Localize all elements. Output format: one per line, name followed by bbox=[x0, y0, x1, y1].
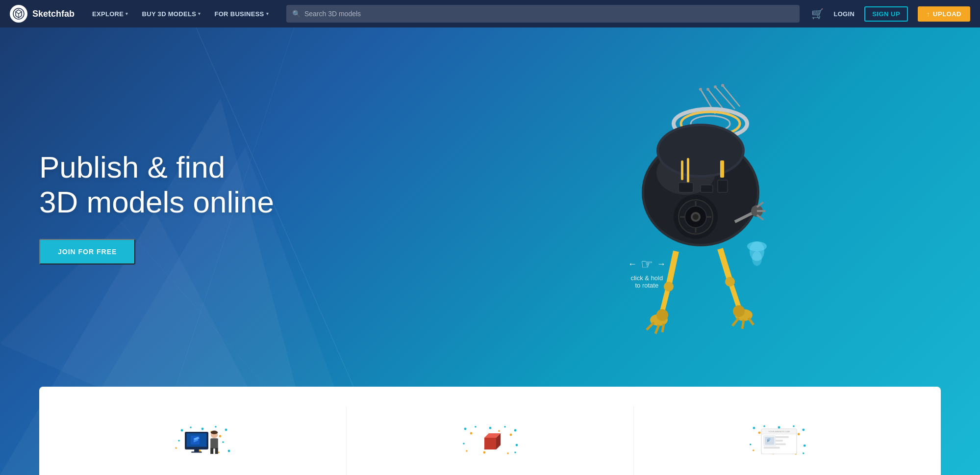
logo-text: Sketchfab bbox=[32, 9, 75, 19]
left-arrow-icon: ← bbox=[628, 259, 637, 269]
svg-rect-82 bbox=[191, 451, 202, 452]
right-arrow-icon: → bbox=[657, 259, 666, 269]
sketchfab-logo-svg bbox=[13, 8, 25, 20]
svg-rect-81 bbox=[194, 449, 199, 452]
upload-icon: ↑ bbox=[927, 10, 930, 18]
svg-point-109 bbox=[793, 425, 795, 427]
svg-rect-27 bbox=[701, 185, 713, 192]
svg-point-90 bbox=[489, 427, 491, 429]
svg-point-114 bbox=[758, 431, 761, 434]
nav-actions: 🛒 LOGIN SIGN UP ↑ UPLOAD bbox=[811, 6, 970, 22]
svg-rect-86 bbox=[215, 448, 218, 454]
cart-icon[interactable]: 🛒 bbox=[811, 8, 824, 20]
bottom-card-upload bbox=[59, 406, 346, 475]
svg-point-87 bbox=[211, 431, 218, 434]
svg-line-9 bbox=[715, 87, 735, 109]
svg-line-51 bbox=[662, 324, 664, 332]
svg-point-33 bbox=[693, 214, 699, 220]
bottom-section: YOUR-WEBSITE.COM bbox=[39, 387, 941, 475]
svg-point-63 bbox=[190, 426, 192, 428]
svg-line-50 bbox=[655, 325, 659, 334]
svg-point-89 bbox=[475, 426, 477, 428]
svg-point-66 bbox=[225, 428, 227, 431]
svg-rect-23 bbox=[681, 160, 683, 180]
svg-point-12 bbox=[706, 88, 709, 91]
search-bar: 🔍 bbox=[286, 5, 800, 23]
logo[interactable]: Sketchfab bbox=[10, 5, 75, 23]
nav-for-business-label: FOR BUSINESS bbox=[214, 10, 264, 18]
hero-content: Publish & find 3D models online JOIN FOR… bbox=[0, 27, 980, 387]
rotate-arrows: ← ☞ → bbox=[628, 256, 666, 272]
nav-buy-3d-label: BUY 3D MODELS bbox=[142, 10, 197, 18]
hero-robot-area: ← ☞ → click & holdto rotate bbox=[441, 37, 931, 387]
svg-point-88 bbox=[464, 428, 466, 430]
svg-rect-24 bbox=[687, 158, 689, 183]
svg-point-108 bbox=[778, 426, 780, 429]
bottom-card-publish bbox=[346, 406, 634, 475]
svg-point-113 bbox=[803, 452, 804, 454]
nav-explore-label: EXPLORE bbox=[92, 10, 124, 18]
svg-point-68 bbox=[222, 441, 224, 443]
svg-point-13 bbox=[714, 85, 717, 88]
nav-explore-chevron: ▾ bbox=[126, 11, 128, 16]
svg-rect-85 bbox=[210, 448, 213, 454]
svg-line-49 bbox=[647, 322, 654, 330]
svg-point-14 bbox=[721, 84, 724, 87]
nav-buy-3d[interactable]: BUY 3D MODELS ▾ bbox=[136, 6, 207, 22]
hero-section: Publish & find 3D models online JOIN FOR… bbox=[0, 0, 980, 475]
svg-point-91 bbox=[504, 426, 506, 428]
signup-button[interactable]: SIGN UP bbox=[864, 6, 908, 22]
svg-point-73 bbox=[175, 447, 177, 449]
svg-point-98 bbox=[509, 434, 512, 436]
search-input[interactable] bbox=[304, 10, 794, 18]
svg-rect-26 bbox=[678, 183, 693, 192]
svg-point-95 bbox=[514, 451, 516, 453]
robot-svg bbox=[583, 75, 789, 349]
login-button[interactable]: LOGIN bbox=[833, 10, 854, 18]
svg-line-52 bbox=[720, 249, 730, 281]
svg-point-60 bbox=[656, 309, 668, 321]
svg-point-22 bbox=[659, 126, 742, 175]
upload-label: UPLOAD bbox=[933, 10, 961, 18]
svg-point-110 bbox=[803, 428, 805, 431]
svg-line-55 bbox=[732, 318, 739, 326]
svg-line-57 bbox=[749, 318, 754, 325]
svg-point-65 bbox=[215, 426, 217, 428]
svg-point-100 bbox=[483, 451, 485, 454]
cube-illustration bbox=[461, 416, 520, 465]
nav-explore[interactable]: EXPLORE ▾ bbox=[86, 6, 134, 22]
svg-marker-102 bbox=[484, 438, 496, 449]
svg-point-92 bbox=[514, 429, 516, 432]
svg-point-107 bbox=[763, 425, 765, 427]
navbar: Sketchfab EXPLORE ▾ BUY 3D MODELS ▾ FOR … bbox=[0, 0, 980, 27]
card1-dots-svg bbox=[173, 414, 232, 468]
svg-point-94 bbox=[515, 444, 518, 447]
upload-illustration bbox=[173, 416, 232, 465]
svg-point-111 bbox=[750, 444, 752, 446]
svg-rect-28 bbox=[718, 180, 728, 192]
svg-point-72 bbox=[219, 435, 221, 438]
svg-text:YOUR-WEBSITE.COM: YOUR-WEBSITE.COM bbox=[769, 430, 790, 433]
svg-point-64 bbox=[201, 428, 203, 430]
nav-menu: EXPLORE ▾ BUY 3D MODELS ▾ FOR BUSINESS ▾ bbox=[86, 6, 275, 22]
svg-point-99 bbox=[466, 450, 468, 452]
svg-point-93 bbox=[463, 443, 465, 445]
search-icon: 🔍 bbox=[292, 10, 301, 18]
svg-point-67 bbox=[178, 440, 180, 442]
svg-point-112 bbox=[804, 445, 806, 447]
svg-point-101 bbox=[507, 452, 509, 454]
svg-point-11 bbox=[699, 88, 702, 91]
click-hint: ← ☞ → click & holdto rotate bbox=[628, 256, 666, 289]
upload-button[interactable]: ↑ UPLOAD bbox=[918, 6, 970, 22]
svg-line-56 bbox=[742, 320, 744, 329]
svg-point-69 bbox=[227, 450, 230, 452]
svg-rect-126 bbox=[764, 447, 780, 449]
card3-dots-svg: YOUR-WEBSITE.COM bbox=[748, 414, 807, 468]
join-free-button[interactable]: JOIN FOR FREE bbox=[39, 239, 135, 264]
hand-cursor-icon: ☞ bbox=[641, 256, 653, 272]
svg-point-106 bbox=[753, 427, 755, 429]
nav-for-business[interactable]: FOR BUSINESS ▾ bbox=[208, 6, 274, 22]
svg-point-61 bbox=[733, 305, 745, 317]
svg-point-96 bbox=[470, 432, 472, 435]
svg-point-97 bbox=[498, 430, 500, 432]
